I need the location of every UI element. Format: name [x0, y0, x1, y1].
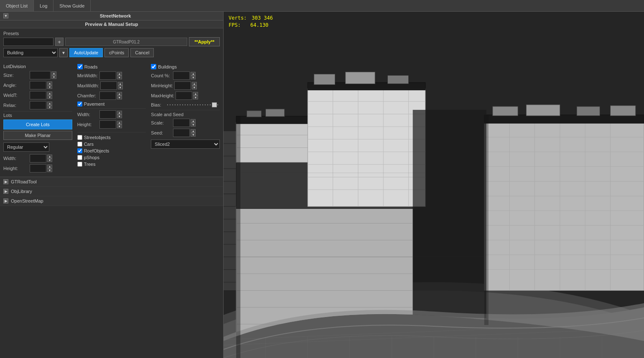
buildings-checkbox[interactable]	[151, 64, 156, 69]
cars-checkbox[interactable]	[77, 142, 82, 147]
maxheight-spin-down[interactable]: ▼	[193, 96, 198, 99]
autoupdate-button[interactable]: AutoUpdate	[69, 48, 103, 57]
verts-label: Verts:	[229, 15, 247, 21]
pavement-row: Pavement	[77, 102, 146, 107]
relax-input[interactable]: 0,0	[30, 101, 46, 109]
regular-dropdown[interactable]: Regular	[3, 142, 49, 152]
height-spin-up[interactable]: ▲	[47, 165, 52, 168]
scale-input[interactable]: 1,0	[173, 119, 190, 127]
bias-label: Bias:	[151, 102, 165, 107]
create-lots-button[interactable]: Create Lots	[3, 119, 72, 129]
minheight-label: MinHeight:	[151, 83, 173, 88]
width-spin-down[interactable]: ▼	[47, 158, 52, 162]
streetnetwork-collapse-btn[interactable]: ▼	[3, 13, 8, 18]
preset-add-button[interactable]: +	[55, 38, 64, 46]
roads-checkbox[interactable]	[77, 64, 83, 69]
maxheight-input[interactable]: 8	[176, 91, 192, 100]
maxwidth-input[interactable]: 0	[100, 81, 117, 90]
size-spin-up[interactable]: ▲	[51, 71, 56, 75]
maxwidth-spin-up[interactable]: ▲	[118, 82, 123, 86]
weldt-spin-up[interactable]: ▲	[47, 91, 52, 95]
chamfer-spin-down[interactable]: ▼	[117, 96, 122, 99]
angle-label: Angle:	[3, 83, 28, 88]
maxwidth-spin-down[interactable]: ▼	[118, 86, 123, 89]
scale-spin-down[interactable]: ▼	[191, 123, 196, 127]
height-input[interactable]: 14	[30, 164, 46, 173]
openstreetmap-panel-row[interactable]: ▶ OpenStreetMap	[0, 196, 223, 206]
angle-spin-up[interactable]: ▲	[47, 81, 52, 85]
sliced2-dropdown[interactable]: Sliced2	[151, 140, 220, 149]
width-input[interactable]: 361	[30, 154, 46, 162]
chamfer-row: Chamfer: 1,0 ▲ ▼	[77, 91, 146, 100]
streetobjects-checkbox[interactable]	[77, 135, 82, 140]
weldt-spin-down[interactable]: ▼	[47, 95, 52, 99]
bias-handle[interactable]	[212, 102, 217, 107]
pave-width-input[interactable]: 361	[99, 110, 116, 119]
preset-text-input[interactable]	[3, 38, 53, 46]
maxheight-row: MaxHeight: 8 ▲ ▼	[151, 91, 220, 100]
cars-row: Cars	[77, 142, 146, 147]
size-spin-down[interactable]: ▼	[51, 75, 56, 79]
fps-stat-row: FPS: 64.130	[229, 22, 273, 28]
minwidth-spin-down[interactable]: ▼	[117, 76, 122, 79]
scale-label: Scale:	[151, 120, 172, 125]
objlibrary-panel-row[interactable]: ▶ ObjLibrary	[0, 187, 223, 196]
minheight-spin-up[interactable]: ▲	[192, 82, 197, 86]
apply-button[interactable]: **Apply**	[189, 37, 220, 46]
tab-show-guide[interactable]: Show Guide	[53, 0, 91, 11]
angle-input[interactable]: -5,6	[30, 81, 46, 89]
seed-spin-up[interactable]: ▲	[191, 129, 196, 133]
gtroad-collapse-btn[interactable]: ▶	[3, 179, 8, 184]
count-input[interactable]: 100	[173, 71, 190, 80]
seed-input[interactable]: 14	[173, 129, 190, 137]
maxheight-spin-up[interactable]: ▲	[193, 92, 198, 96]
chamfer-spin-up[interactable]: ▲	[117, 92, 122, 96]
width-spin-up[interactable]: ▲	[47, 155, 52, 158]
svg-rect-72	[413, 110, 486, 320]
building-dropdown[interactable]: Building	[3, 48, 58, 57]
pavement-checkbox[interactable]	[77, 102, 82, 107]
verts-stat-row: Verts: 303 346	[229, 15, 273, 21]
minwidth-input[interactable]: 0	[99, 71, 116, 80]
svg-rect-50	[387, 75, 408, 84]
maxwidth-label: MaxWidth:	[77, 83, 99, 88]
minheight-input[interactable]: 3	[174, 81, 191, 90]
svg-rect-34	[308, 89, 425, 207]
count-spin-down[interactable]: ▼	[191, 76, 196, 79]
minwidth-spin-up[interactable]: ▲	[117, 72, 122, 76]
openstreetmap-collapse-btn[interactable]: ▶	[3, 198, 8, 203]
pave-height-input[interactable]: 14	[99, 120, 116, 129]
svg-rect-67	[484, 115, 644, 123]
gt-road-preset-display: GTRoadP01.2	[65, 38, 187, 46]
trees-checkbox[interactable]	[77, 162, 82, 167]
roofobjects-checkbox[interactable]	[77, 148, 82, 153]
make-planar-button[interactable]: Make Planar	[3, 131, 72, 140]
cpoints-button[interactable]: cPoints	[104, 48, 129, 57]
tab-log[interactable]: Log	[34, 0, 53, 11]
size-input[interactable]: 15330	[30, 71, 51, 79]
height-spin-down[interactable]: ▼	[47, 168, 52, 172]
lots-section: Lots Create Lots Make Planar Regular Wid…	[3, 113, 72, 173]
relax-spin-down[interactable]: ▼	[47, 105, 52, 109]
chamfer-input[interactable]: 1,0	[99, 91, 116, 100]
seed-spin-down[interactable]: ▼	[191, 133, 196, 137]
tab-object-list[interactable]: Object List	[0, 0, 34, 11]
fps-label: FPS:	[229, 22, 245, 28]
top-tab-bar: Object List Log Show Guide	[0, 0, 644, 12]
weldt-input[interactable]: 188	[30, 91, 46, 99]
scale-spin-up[interactable]: ▲	[191, 119, 196, 123]
height-row: Height: 14 ▲ ▼	[3, 164, 72, 173]
building-svg	[224, 12, 644, 358]
pshops-row: pShops	[77, 155, 146, 160]
gtroad-panel-row[interactable]: ▶ GTRoadTool	[0, 177, 223, 187]
relax-spin-up[interactable]: ▲	[47, 102, 52, 105]
count-spin-up[interactable]: ▲	[191, 72, 196, 76]
pshops-checkbox[interactable]	[77, 155, 82, 160]
cancel-button[interactable]: Cancel	[130, 48, 154, 57]
minheight-spin-down[interactable]: ▼	[192, 86, 197, 89]
objlibrary-collapse-btn[interactable]: ▶	[3, 189, 8, 194]
dropdown-extra-btn[interactable]: ▼	[59, 48, 68, 57]
weldt-row: WeldT: 188 ▲ ▼	[3, 91, 72, 99]
relax-label: Relax:	[3, 103, 28, 108]
angle-spin-down[interactable]: ▼	[47, 85, 52, 89]
